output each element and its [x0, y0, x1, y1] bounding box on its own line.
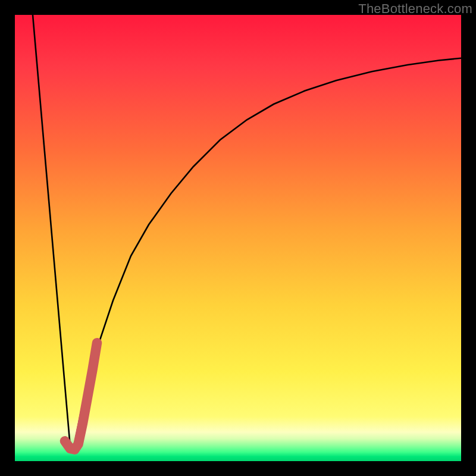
plot-area [15, 15, 461, 461]
series-left-falling-line [33, 15, 71, 452]
watermark-text: TheBottleneck.com [358, 1, 472, 17]
series-rising-saturating-curve [73, 58, 462, 452]
curve-layer [15, 15, 461, 461]
chart-frame: TheBottleneck.com [0, 0, 476, 476]
